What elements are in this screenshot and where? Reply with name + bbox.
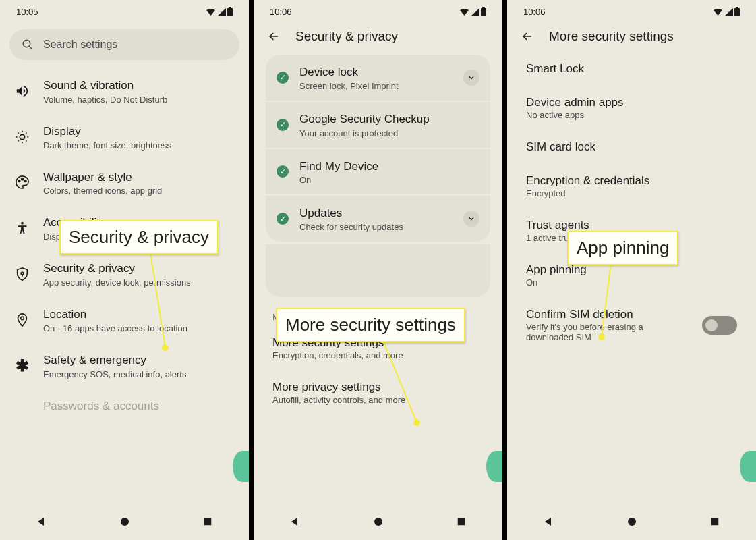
wifi-icon — [206, 8, 216, 16]
display-icon — [15, 130, 30, 144]
nav-back-icon[interactable] — [543, 516, 555, 528]
svg-point-10 — [21, 317, 24, 320]
item-title: Smart Lock — [526, 62, 737, 76]
item-subtitle: No active apps — [526, 110, 737, 120]
status-time: 10:06 — [523, 7, 546, 17]
card-subtitle: On — [299, 175, 479, 185]
item-subtitle: Autofill, activity controls, and more — [272, 395, 484, 405]
scan-device-row[interactable] — [266, 244, 490, 297]
card-subtitle: Your account is protected — [299, 128, 479, 138]
card-title: Find My Device — [299, 159, 479, 175]
nav-home-icon[interactable] — [626, 516, 638, 528]
item-subtitle: Verify it's you before erasing a downloa… — [526, 322, 691, 342]
svg-rect-22 — [736, 7, 738, 9]
status-bar: 10:06 — [507, 0, 756, 21]
svg-rect-21 — [734, 8, 740, 16]
list-item-display[interactable]: DisplayDark theme, font size, brightness — [3, 114, 246, 160]
nav-recent-icon[interactable] — [455, 516, 467, 528]
callout-highlight: Security & privacy — [59, 220, 219, 254]
nav-bar — [254, 506, 502, 540]
item-confirm-sim[interactable]: Confirm SIM deletion Verify it's you bef… — [510, 298, 753, 352]
list-item-passwords[interactable]: Passwords & accounts — [3, 389, 246, 424]
svg-line-3 — [29, 46, 32, 49]
callout-highlight: More security settings — [276, 308, 465, 342]
fab-button[interactable] — [486, 451, 502, 482]
back-arrow-icon[interactable] — [521, 30, 534, 43]
item-encryption[interactable]: Encryption & credentials Encrypted — [510, 164, 753, 209]
item-title: Location — [43, 306, 234, 323]
svg-point-2 — [23, 40, 30, 47]
svg-point-8 — [21, 222, 24, 225]
back-arrow-icon[interactable] — [267, 30, 281, 43]
svg-point-13 — [121, 518, 129, 526]
card-google-checkup[interactable]: ✓ Google Security CheckupYour account is… — [266, 102, 490, 149]
item-subtitle: Dark theme, font size, brightness — [43, 140, 234, 151]
list-item-sound[interactable]: Sound & vibrationVolume, haptics, Do Not… — [3, 68, 246, 114]
chevron-down-icon[interactable] — [463, 70, 479, 86]
item-title: Safety & emergency — [43, 352, 234, 369]
nav-recent-icon[interactable] — [709, 516, 721, 528]
item-title: Sound & vibration — [43, 78, 234, 94]
svg-point-5 — [18, 180, 20, 182]
list-item-safety[interactable]: ✱ Safety & emergencyEmergency SOS, medic… — [3, 343, 246, 389]
page-header: More security settings — [507, 21, 756, 52]
location-icon — [15, 313, 30, 327]
item-device-admin[interactable]: Device admin apps No active apps — [510, 86, 753, 130]
item-title: Passwords & accounts — [43, 398, 234, 414]
security-status-card: ✓ Device lockScreen lock, Pixel Imprint … — [266, 55, 490, 242]
check-icon: ✓ — [277, 165, 289, 178]
item-smart-lock[interactable]: Smart Lock — [510, 52, 753, 86]
list-item-security-privacy[interactable]: Security & privacyApp security, device l… — [3, 251, 246, 297]
svg-point-4 — [20, 134, 24, 139]
fab-button[interactable] — [233, 451, 249, 482]
nav-home-icon[interactable] — [119, 516, 131, 528]
page-header: Security & privacy — [254, 21, 502, 52]
battery-icon — [481, 7, 486, 16]
item-title: App pinning — [526, 263, 737, 277]
nav-back-icon[interactable] — [36, 516, 48, 528]
signal-icon — [217, 8, 226, 16]
card-subtitle: Screen lock, Pixel Imprint — [299, 81, 453, 91]
svg-rect-15 — [481, 8, 486, 16]
item-title: Encryption & credentials — [526, 174, 737, 188]
more-security-list: Smart Lock Device admin apps No active a… — [507, 52, 756, 506]
card-title: Device lock — [299, 64, 453, 80]
svg-point-9 — [21, 272, 24, 275]
item-title: Security & privacy — [43, 261, 234, 277]
item-subtitle: Emergency SOS, medical info, alerts — [43, 369, 234, 379]
nav-back-icon[interactable] — [289, 516, 301, 528]
fab-button[interactable] — [740, 451, 756, 482]
card-title: Google Security Checkup — [299, 111, 479, 128]
battery-icon — [227, 7, 233, 16]
svg-rect-0 — [227, 8, 233, 16]
status-time: 10:05 — [16, 7, 38, 17]
battery-icon — [734, 7, 740, 16]
signal-icon — [471, 8, 479, 16]
search-bar[interactable]: Search settings — [9, 29, 239, 60]
svg-rect-26 — [711, 518, 718, 526]
list-item-wallpaper[interactable]: Wallpaper & styleColors, themed icons, a… — [3, 160, 246, 206]
nav-home-icon[interactable] — [372, 516, 384, 528]
item-sim-lock[interactable]: SIM card lock — [510, 130, 753, 164]
search-icon — [22, 38, 34, 51]
accessibility-icon — [15, 221, 30, 236]
chevron-down-icon[interactable] — [463, 211, 479, 227]
asterisk-icon: ✱ — [15, 358, 30, 373]
key-icon — [15, 398, 30, 413]
card-updates[interactable]: ✓ UpdatesCheck for security updates — [266, 196, 490, 242]
item-subtitle: Encryption, credentials, and more — [272, 350, 484, 360]
card-title: Updates — [299, 205, 453, 221]
nav-recent-icon[interactable] — [202, 516, 214, 528]
status-icons — [206, 7, 233, 16]
page-title: Security & privacy — [295, 29, 398, 44]
card-find-my-device[interactable]: ✓ Find My DeviceOn — [266, 149, 490, 196]
toggle-switch[interactable] — [702, 316, 737, 335]
item-subtitle: On - 16 apps have access to location — [43, 323, 234, 333]
item-title: Display — [43, 124, 234, 140]
svg-point-25 — [628, 518, 636, 526]
card-device-lock[interactable]: ✓ Device lockScreen lock, Pixel Imprint — [266, 55, 490, 102]
list-item-location[interactable]: LocationOn - 16 apps have access to loca… — [3, 297, 246, 343]
phone-screen-3: 10:06 More security settings Smart Lock … — [507, 0, 756, 540]
item-more-privacy[interactable]: More privacy settings Autofill, activity… — [256, 371, 500, 415]
item-title: Device admin apps — [526, 96, 737, 109]
